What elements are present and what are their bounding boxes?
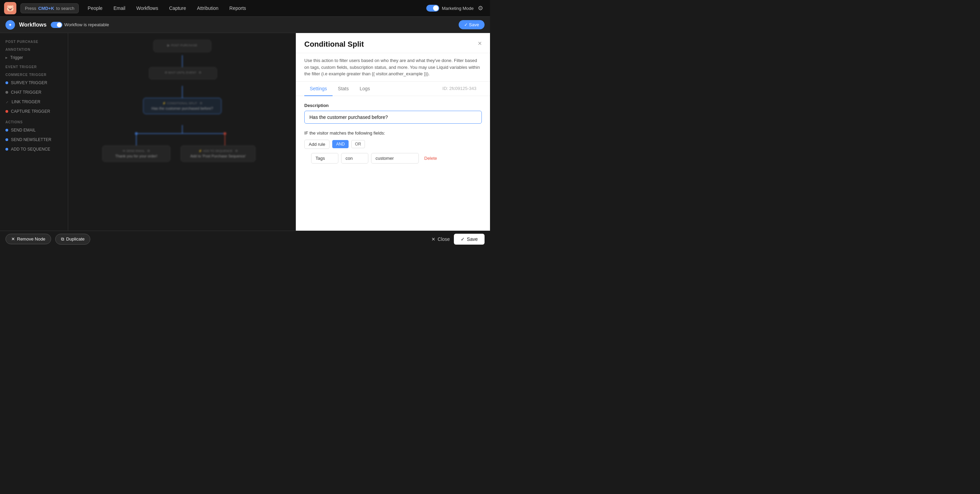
trigger-node[interactable]: ▶ Post Purchase bbox=[153, 40, 211, 52]
workflow-icon: ✦ bbox=[5, 20, 15, 30]
add-sequence-node[interactable]: ⚡ ADD TO SEQUENCE ⚙ Add to 'Post Purchas… bbox=[181, 146, 256, 162]
bottom-close-button[interactable]: ✕ Close bbox=[431, 237, 450, 242]
sidebar-annotation-label: ANNOTATION bbox=[0, 45, 68, 53]
trigger-node-header: ▶ Post Purchase bbox=[158, 44, 206, 47]
nav-people[interactable]: People bbox=[83, 3, 107, 14]
sequence-dot bbox=[5, 148, 8, 151]
workflows-bar: ✦ Workflows Workflow is repeatable ✓ Sav… bbox=[0, 17, 490, 33]
left-sidebar: Post Purchase ANNOTATION ▶ Trigger EVENT… bbox=[0, 33, 68, 230]
search-button[interactable]: Press CMD+K to search bbox=[21, 3, 79, 13]
panel-title: Conditional Split bbox=[304, 40, 364, 49]
canvas-area[interactable]: ▶ Post Purchase ⚙ Wait Until Event ⚙ ⚡ C… bbox=[68, 33, 296, 230]
remove-node-button[interactable]: ✕ Remove Node bbox=[5, 234, 51, 244]
split-node-body: Has the customer purchased before? bbox=[148, 106, 216, 110]
right-panel: Conditional Split × Use this action to f… bbox=[296, 33, 490, 230]
nav-attribution[interactable]: Attribution bbox=[192, 3, 223, 14]
sidebar-chat-trigger[interactable]: CHAT TRIGGER bbox=[0, 87, 68, 97]
panel-close-button[interactable]: × bbox=[478, 40, 482, 47]
send-email-node-header: ✉ SEND EMAIL ⚙ bbox=[107, 149, 165, 152]
workflow-save-button[interactable]: ✓ Save bbox=[459, 20, 485, 29]
sidebar-actions-label: Actions bbox=[0, 116, 68, 125]
sidebar-add-to-sequence[interactable]: ADD TO SEQUENCE bbox=[0, 145, 68, 154]
remove-node-icon: ✕ bbox=[11, 237, 15, 241]
panel-header: Conditional Split × bbox=[296, 33, 490, 53]
add-sequence-node-body: Add to 'Post Purchase Sequence' bbox=[186, 154, 250, 158]
sidebar-capture-label: CAPTURE TRIGGER bbox=[11, 109, 50, 114]
description-input[interactable] bbox=[304, 111, 482, 124]
add-sequence-node-header: ⚡ ADD TO SEQUENCE ⚙ bbox=[186, 149, 250, 152]
sidebar-capture-trigger[interactable]: CAPTURE TRIGGER bbox=[0, 106, 68, 116]
logic-or-button[interactable]: OR bbox=[351, 140, 365, 148]
workflow-title: Workflows bbox=[19, 22, 47, 28]
marketing-mode-toggle[interactable] bbox=[426, 5, 439, 11]
sidebar-workflow-name: Post Purchase bbox=[0, 37, 68, 45]
settings-icon[interactable]: ⚙ bbox=[475, 3, 486, 14]
send-email-node-body: Thank you for your order! bbox=[107, 154, 165, 158]
add-rule-button[interactable]: Add rule bbox=[304, 140, 329, 149]
sidebar-item-trigger[interactable]: ▶ Trigger bbox=[0, 53, 68, 62]
remove-node-label: Remove Node bbox=[17, 237, 45, 241]
description-field-label: Description bbox=[304, 103, 482, 108]
filter-label: IF the visitor matches the following fie… bbox=[304, 130, 482, 136]
main-layout: Post Purchase ANNOTATION ▶ Trigger EVENT… bbox=[0, 33, 490, 230]
arrow-icon: ▶ bbox=[5, 56, 8, 59]
svg-point-7 bbox=[224, 132, 226, 135]
workflow-canvas: ▶ Post Purchase ⚙ Wait Until Event ⚙ ⚡ C… bbox=[68, 33, 296, 230]
tab-stats[interactable]: Stats bbox=[332, 82, 355, 96]
bottom-save-button[interactable]: ✓ Save bbox=[454, 234, 485, 245]
wait-node[interactable]: ⚙ Wait Until Event ⚙ bbox=[149, 67, 217, 79]
panel-description: Use this action to filter users based on… bbox=[296, 53, 490, 82]
close-label: Close bbox=[438, 237, 450, 242]
newsletter-dot bbox=[5, 138, 8, 141]
nav-reports[interactable]: Reports bbox=[224, 3, 251, 14]
top-nav: 🐷 Press CMD+K to search People Email Wor… bbox=[0, 0, 490, 17]
panel-tabs: Settings Stats Logs ID: 2fc09125-343 bbox=[296, 82, 490, 96]
logic-and-button[interactable]: AND bbox=[332, 140, 348, 148]
sidebar-send-newsletter-label: SEND NEWSLETTER bbox=[11, 137, 51, 142]
save-label: Save bbox=[467, 237, 478, 242]
capture-dot bbox=[5, 110, 8, 113]
marketing-mode: Marketing Mode bbox=[426, 5, 474, 11]
rule-delete-button[interactable]: Delete bbox=[422, 154, 440, 162]
svg-point-6 bbox=[135, 132, 138, 135]
nav-email[interactable]: Email bbox=[109, 3, 130, 14]
search-cmd: CMD+K bbox=[38, 6, 54, 11]
sidebar-link-trigger[interactable]: ⟋ LINK TRIGGER bbox=[0, 97, 68, 106]
workflow-repeatable-label: Workflow is repeatable bbox=[64, 22, 109, 27]
sidebar-send-email-label: SEND EMAIL bbox=[11, 128, 36, 132]
rule-field-tags[interactable]: Tags bbox=[311, 153, 338, 164]
duplicate-icon: ⧉ bbox=[61, 237, 64, 242]
workflow-toggle-group: Workflow is repeatable bbox=[51, 22, 109, 28]
nav-capture[interactable]: Capture bbox=[164, 3, 191, 14]
nav-workflows[interactable]: Workflows bbox=[132, 3, 163, 14]
sidebar-chat-label: CHAT TRIGGER bbox=[11, 90, 41, 95]
sidebar-send-newsletter[interactable]: SEND NEWSLETTER bbox=[0, 135, 68, 145]
rule-operator[interactable]: con bbox=[341, 153, 368, 164]
chat-dot bbox=[5, 91, 8, 94]
search-suffix: to search bbox=[56, 6, 74, 11]
marketing-mode-label: Marketing Mode bbox=[442, 6, 474, 11]
sidebar-link-label: LINK TRIGGER bbox=[11, 100, 40, 104]
workflow-repeatable-toggle[interactable] bbox=[51, 22, 62, 28]
panel-id: ID: 2fc09125-343 bbox=[437, 82, 482, 96]
split-node[interactable]: ⚡ CONDITIONAL SPLIT ⚙ Has the customer p… bbox=[143, 98, 221, 114]
sidebar-commerce-trigger: COMMERCE TRIGGER bbox=[0, 70, 68, 78]
link-icon: ⟋ bbox=[5, 100, 9, 104]
close-icon: ✕ bbox=[431, 237, 436, 242]
tab-logs[interactable]: Logs bbox=[355, 82, 375, 96]
search-text: Press bbox=[25, 6, 36, 11]
save-icon: ✓ bbox=[461, 237, 465, 242]
sidebar-send-email[interactable]: SEND EMAIL bbox=[0, 125, 68, 135]
send-email-node[interactable]: ✉ SEND EMAIL ⚙ Thank you for your order! bbox=[102, 146, 170, 162]
rule-row: Tags con customer Delete bbox=[304, 153, 482, 164]
filter-controls: Add rule AND OR bbox=[304, 140, 482, 149]
logo-button[interactable]: 🐷 bbox=[4, 2, 16, 14]
bottom-bar: ✕ Remove Node ⧉ Duplicate ✕ Close ✓ Save bbox=[0, 230, 490, 247]
duplicate-button[interactable]: ⧉ Duplicate bbox=[55, 234, 90, 245]
panel-body: Description IF the visitor matches the f… bbox=[296, 96, 490, 231]
send-email-dot bbox=[5, 129, 8, 132]
sidebar-survey-trigger[interactable]: SURVEY TRIGGER bbox=[0, 78, 68, 87]
rule-value[interactable]: customer bbox=[371, 153, 419, 164]
canvas-svg bbox=[68, 33, 296, 230]
tab-settings[interactable]: Settings bbox=[304, 82, 332, 96]
